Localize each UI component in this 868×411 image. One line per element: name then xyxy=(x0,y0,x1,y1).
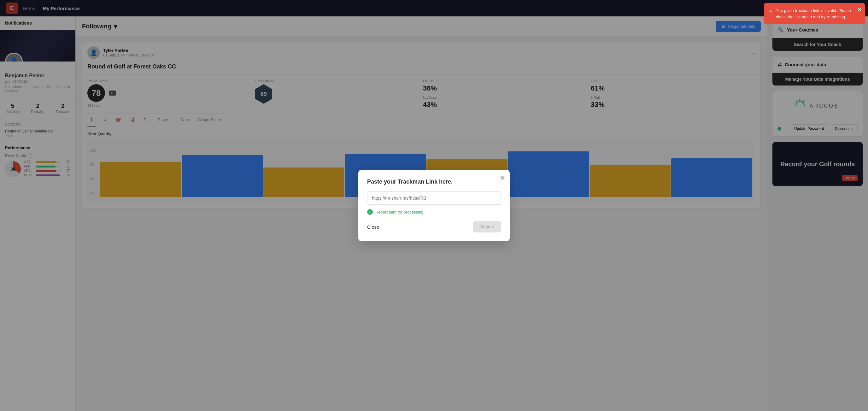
trackman-link-input[interactable] xyxy=(367,191,501,205)
success-text: Report sent for processing xyxy=(375,210,423,215)
modal-submit-button[interactable]: Submit xyxy=(473,221,501,232)
modal-overlay[interactable]: Paste your Trackman Link here. ✕ ✓ Repor… xyxy=(0,0,868,411)
modal-actions: Close Submit xyxy=(367,221,501,232)
modal-title: Paste your Trackman Link here. xyxy=(367,179,501,185)
modal-success-message: ✓ Report sent for processing xyxy=(367,209,501,215)
trackman-modal: Paste your Trackman Link here. ✕ ✓ Repor… xyxy=(358,170,510,241)
toast-close-button[interactable]: ✕ xyxy=(857,6,862,13)
error-toast: ⚠ The given trackman link is invalid. Pl… xyxy=(764,3,865,24)
toast-message: The given trackman link is invalid. Plea… xyxy=(776,7,852,20)
modal-close-button[interactable]: Close xyxy=(367,224,379,230)
warning-icon: ⚠ xyxy=(768,8,773,15)
modal-close-x-button[interactable]: ✕ xyxy=(500,174,505,182)
success-check-icon: ✓ xyxy=(367,209,373,215)
